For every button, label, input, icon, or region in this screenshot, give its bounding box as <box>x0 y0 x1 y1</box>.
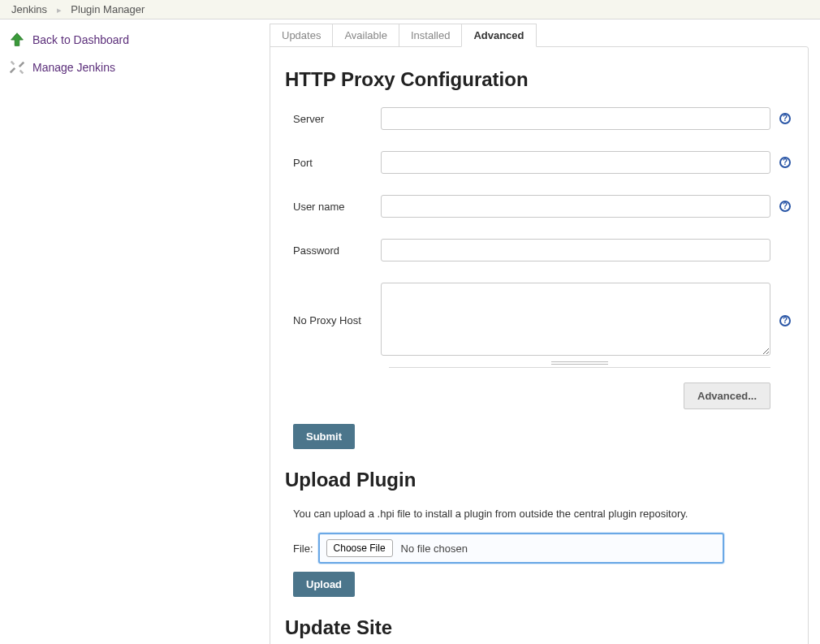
tab-installed[interactable]: Installed <box>399 24 462 47</box>
label-password: Password <box>285 244 381 257</box>
row-password: Password <box>285 239 793 261</box>
input-server[interactable] <box>381 107 770 130</box>
chevron-right-icon: ▸ <box>57 5 62 15</box>
input-password[interactable] <box>381 239 770 261</box>
label-username: User name <box>285 201 381 213</box>
help-icon[interactable]: ? <box>779 201 791 212</box>
help-icon[interactable]: ? <box>779 157 791 168</box>
row-port: Port ? <box>285 151 793 174</box>
choose-file-button[interactable]: Choose File <box>326 539 393 557</box>
upload-button[interactable]: Upload <box>293 572 355 597</box>
panel-advanced: HTTP Proxy Configuration Server ? Port ?… <box>270 46 809 644</box>
label-file: File: <box>293 542 313 555</box>
input-username[interactable] <box>381 195 770 218</box>
submit-button[interactable]: Submit <box>293 424 355 449</box>
breadcrumb-plugin-manager[interactable]: Plugin Manager <box>71 3 145 15</box>
file-input[interactable]: Choose File No file chosen <box>318 533 724 564</box>
tools-icon <box>8 58 26 76</box>
breadcrumb-jenkins[interactable]: Jenkins <box>11 3 47 15</box>
resize-handle[interactable] <box>389 361 770 368</box>
sidebar: Back to Dashboard Manage Jenkins <box>0 19 260 644</box>
tab-updates[interactable]: Updates <box>270 24 333 47</box>
tab-available[interactable]: Available <box>332 24 399 47</box>
row-username: User name ? <box>285 195 793 218</box>
help-icon[interactable]: ? <box>779 315 791 326</box>
sidebar-item-label[interactable]: Back to Dashboard <box>32 33 129 46</box>
sidebar-item-label[interactable]: Manage Jenkins <box>32 61 115 74</box>
label-port: Port <box>285 157 381 169</box>
main: Updates Available Installed Advanced HTT… <box>260 19 820 644</box>
sidebar-item-manage-jenkins[interactable]: Manage Jenkins <box>8 55 260 83</box>
heading-proxy: HTTP Proxy Configuration <box>285 68 793 91</box>
label-noproxy: No Proxy Host <box>285 314 381 326</box>
sidebar-item-back-to-dashboard[interactable]: Back to Dashboard <box>8 28 260 55</box>
input-port[interactable] <box>381 151 770 174</box>
advanced-button[interactable]: Advanced... <box>684 383 770 409</box>
up-arrow-icon <box>8 31 26 49</box>
label-server: Server <box>285 113 381 125</box>
heading-update-site: Update Site <box>285 616 793 639</box>
tab-advanced[interactable]: Advanced <box>461 24 536 47</box>
row-noproxy: No Proxy Host ? <box>285 283 793 358</box>
help-icon[interactable]: ? <box>779 113 791 124</box>
breadcrumb: Jenkins ▸ Plugin Manager <box>0 0 820 19</box>
row-file: File: Choose File No file chosen <box>293 533 793 564</box>
upload-description: You can upload a .hpi file to install a … <box>293 508 793 520</box>
tabs: Updates Available Installed Advanced <box>270 23 814 46</box>
textarea-noproxy[interactable] <box>381 283 770 356</box>
heading-upload: Upload Plugin <box>285 469 793 491</box>
row-server: Server ? <box>285 107 793 130</box>
file-status: No file chosen <box>401 542 468 555</box>
